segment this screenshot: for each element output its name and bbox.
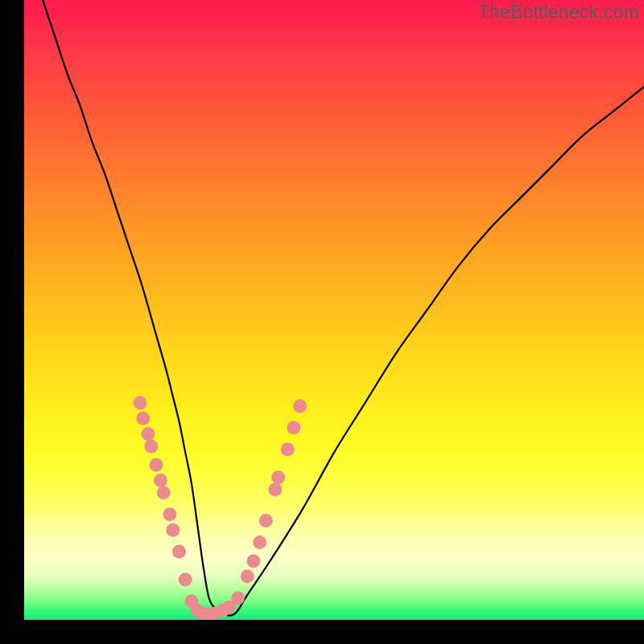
- marker-dot: [259, 514, 273, 527]
- marker-dot: [150, 458, 163, 472]
- marker-dot: [154, 473, 167, 487]
- watermark-text: TheBottleneck.com: [478, 2, 639, 23]
- marker-dot: [231, 592, 245, 605]
- marker-dot: [268, 483, 282, 497]
- bottleneck-curve: [43, 0, 644, 616]
- marker-dot: [172, 545, 186, 559]
- marker-dot: [179, 573, 192, 587]
- marker-dot: [166, 523, 180, 537]
- marker-dot: [271, 470, 285, 484]
- marker-dot: [144, 440, 158, 453]
- marker-dot: [281, 443, 295, 456]
- chart-frame: TheBottleneck.com: [24, 0, 644, 620]
- marker-dot: [241, 570, 254, 584]
- chart-svg: [24, 0, 644, 620]
- marker-dot: [134, 396, 147, 410]
- highlighted-markers: [134, 396, 308, 620]
- marker-dot: [253, 535, 266, 549]
- marker-dot: [293, 399, 307, 413]
- marker-dot: [157, 486, 171, 500]
- marker-dot: [142, 427, 155, 441]
- marker-dot: [163, 508, 176, 522]
- marker-dot: [136, 411, 150, 425]
- marker-dot: [246, 554, 260, 568]
- marker-dot: [287, 421, 300, 435]
